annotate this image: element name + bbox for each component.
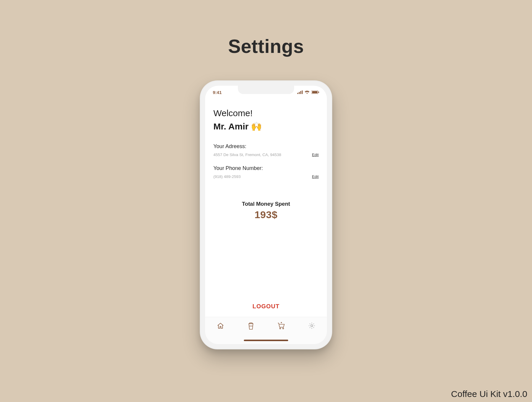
bottom-nav — [205, 317, 327, 344]
total-spent-block: Total Money Spent 193$ — [213, 201, 319, 221]
svg-rect-2 — [300, 91, 301, 94]
cellular-icon — [297, 90, 303, 94]
svg-rect-5 — [312, 91, 317, 93]
user-name: Mr. Amir 🙌 — [213, 121, 319, 132]
page-title: Settings — [0, 35, 532, 57]
phone-label: Your Phone Number: — [213, 165, 319, 171]
total-spent-label: Total Money Spent — [213, 201, 319, 207]
kit-version-label: Coffee Ui Kit v1.0.0 — [451, 389, 527, 399]
nav-cart[interactable] — [276, 321, 286, 331]
svg-rect-0 — [297, 93, 298, 94]
nav-menu[interactable] — [246, 321, 256, 331]
edit-phone-button[interactable]: Edit — [312, 174, 319, 179]
logout-button[interactable]: LOGOUT — [205, 303, 327, 310]
svg-rect-6 — [318, 92, 319, 93]
address-value: 4557 De Silva St, Fremont, CA, 94538 — [213, 153, 281, 157]
status-time: 9:41 — [213, 90, 222, 95]
edit-address-button[interactable]: Edit — [312, 153, 319, 157]
svg-rect-3 — [302, 90, 303, 94]
phone-notch — [238, 86, 294, 94]
svg-point-7 — [280, 328, 281, 329]
home-indicator — [244, 340, 288, 341]
phone-mockup: 9:41 — [200, 80, 332, 349]
total-spent-value: 193$ — [213, 209, 319, 221]
gear-icon — [308, 322, 316, 331]
cup-icon — [247, 322, 254, 331]
nav-settings[interactable] — [307, 321, 317, 331]
wifi-icon — [304, 90, 310, 94]
phone-screen: 9:41 — [205, 86, 327, 344]
phone-section: Your Phone Number: (918) 489-2593 Edit — [213, 165, 319, 179]
welcome-text: Welcome! — [213, 108, 319, 118]
svg-point-8 — [283, 328, 284, 329]
status-icons — [297, 90, 319, 94]
phone-value: (918) 489-2593 — [213, 174, 241, 179]
nav-home[interactable] — [215, 321, 226, 331]
settings-content: Welcome! Mr. Amir 🙌 Your Adreess: 4557 D… — [205, 106, 327, 344]
home-icon — [217, 322, 224, 331]
address-label: Your Adreess: — [213, 143, 319, 150]
battery-icon — [312, 90, 319, 94]
svg-rect-1 — [299, 92, 300, 94]
address-section: Your Adreess: 4557 De Silva St, Fremont,… — [213, 143, 319, 157]
cart-icon — [277, 322, 286, 331]
svg-point-9 — [311, 325, 313, 327]
